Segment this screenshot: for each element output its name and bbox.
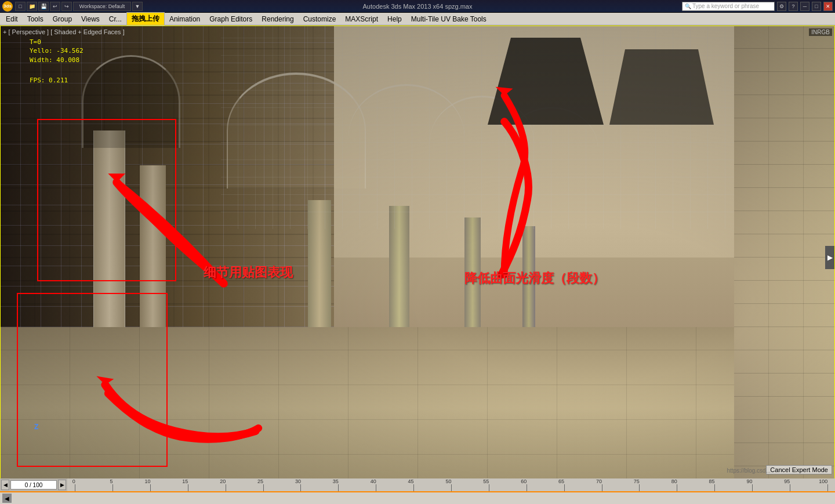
hud-fps: FPS: 0.211 [30, 76, 84, 85]
search-box[interactable]: 🔍 Type a keyword or phrase [682, 2, 775, 11]
search-icon: 🔍 [685, 3, 691, 9]
save-btn[interactable]: 💾 [38, 2, 49, 11]
titlebar: 3ds □ 📁 💾 ↩ ↪ Workspace: Default ▼ Autod… [0, 0, 835, 13]
timeline-tick: 15 [188, 484, 188, 491]
timeline-tick: 20 [226, 484, 226, 491]
z-axis-label: Z [34, 423, 38, 431]
open-btn[interactable]: 📁 [27, 2, 37, 11]
close-button[interactable]: ✕ [823, 2, 833, 11]
menu-multitile[interactable]: Multi-Tile UV Bake Tools [406, 14, 491, 24]
undo-btn[interactable]: ↩ [50, 2, 60, 11]
menu-graph-editors[interactable]: Graph Editors [205, 14, 257, 24]
maximize-button[interactable]: □ [812, 2, 821, 11]
timeline-tick: 100 [827, 484, 828, 491]
timeline-tick: 40 [376, 484, 376, 491]
menu-create[interactable]: Cr... [104, 14, 126, 24]
menubar: Edit Tools Group Views Cr... 拖拽上传 Animat… [0, 13, 835, 26]
menu-tools[interactable]: Tools [23, 14, 48, 24]
minimize-button[interactable]: ─ [800, 2, 809, 11]
timeline-progress[interactable]: 0 / 100 [10, 480, 57, 490]
timeline-tick: 35 [338, 484, 339, 491]
timeline-tick: 25 [263, 484, 264, 491]
timeline-tick: 10 [150, 484, 151, 491]
timeline-tick: 50 [451, 484, 452, 491]
redo-btn[interactable]: ↪ [61, 2, 72, 11]
statusbar: ◀ [0, 491, 835, 504]
timeline-area: ◀ 0 / 100 ▶ 0510152025303540455055606570… [0, 478, 835, 491]
timeline-tick: 75 [639, 484, 640, 491]
menu-upload[interactable]: 拖拽上传 [126, 12, 165, 26]
hud-time: T=0 [30, 38, 84, 46]
menu-animation[interactable]: Animation [165, 14, 205, 24]
hud-yello: Yello: -34.562 [30, 46, 84, 55]
viewport-area[interactable]: 细节用贴图表现 降低曲面光滑度（段数） + [ Perspective ] [ … [0, 26, 835, 490]
timeline-tick: 95 [790, 484, 790, 491]
timeline-tick: 60 [527, 484, 527, 491]
timeline-tick: 80 [677, 484, 677, 491]
menu-maxscript[interactable]: MAXScript [340, 14, 383, 24]
hud-info: T=0 Yello: -34.562 Width: 40.008 FPS: 0.… [30, 38, 84, 85]
timeline-tick: 30 [300, 484, 301, 491]
timeline-controls: ◀ 0 / 100 ▶ [0, 480, 67, 490]
window-title: Autodesk 3ds Max 2013 x64 spzg.max [363, 3, 473, 10]
cancel-expert-button[interactable]: Cancel Expert Mode [766, 465, 832, 474]
timeline-left-arrow[interactable]: ◀ [1, 480, 9, 490]
side-nav-arrow[interactable]: ▶ [825, 246, 834, 269]
timeline-tick: 85 [714, 484, 715, 491]
right-wall [734, 26, 834, 489]
hud-width: Width: 40.008 [30, 56, 84, 64]
timeline-tick: 90 [752, 484, 753, 491]
titlebar-right: 🔍 Type a keyword or phrase ⚙ ? ─ □ ✕ [682, 2, 833, 11]
url-watermark: https://blog.csd... [727, 467, 771, 474]
titlebar-left: 3ds □ 📁 💾 ↩ ↪ Workspace: Default ▼ [2, 1, 143, 12]
search-placeholder: Type a keyword or phrase [692, 3, 759, 9]
timeline-right-arrow[interactable]: ▶ [58, 480, 66, 490]
timeline-ruler[interactable]: 0510152025303540455055606570758085909510… [67, 478, 835, 491]
timeline-tick: 0 [75, 484, 75, 491]
timeline-tick: 45 [413, 484, 414, 491]
menu-customize[interactable]: Customize [299, 14, 341, 24]
inrgb-badge: INRGB [809, 28, 832, 36]
timeline-tick: 5 [112, 484, 113, 491]
menu-edit[interactable]: Edit [1, 14, 23, 24]
timeline-tick: 70 [602, 484, 602, 491]
annotation-box-2 [17, 293, 168, 467]
toolbar-buttons: □ 📁 💾 ↩ ↪ Workspace: Default ▼ [15, 2, 143, 11]
help-icon[interactable]: ? [789, 2, 798, 11]
menu-group[interactable]: Group [48, 14, 77, 24]
menu-help[interactable]: Help [383, 14, 406, 24]
ceiling-dark-2 [609, 49, 714, 125]
annotation-box-1 [37, 119, 176, 281]
menu-views[interactable]: Views [77, 14, 104, 24]
new-btn[interactable]: □ [15, 2, 26, 11]
viewport-label: + [ Perspective ] [ Shaded + Edged Faces… [3, 28, 125, 35]
timeline-tick: 55 [489, 484, 489, 491]
statusbar-nav[interactable]: ◀ [2, 494, 12, 503]
app-logo: 3ds [2, 1, 13, 12]
toolbar-icons[interactable]: ⚙ [777, 2, 786, 11]
workspace-dropdown[interactable]: ▼ [132, 2, 143, 11]
workspace-btn[interactable]: Workspace: Default [73, 2, 131, 11]
menu-rendering[interactable]: Rendering [257, 14, 298, 24]
timeline-tick: 65 [564, 484, 565, 491]
